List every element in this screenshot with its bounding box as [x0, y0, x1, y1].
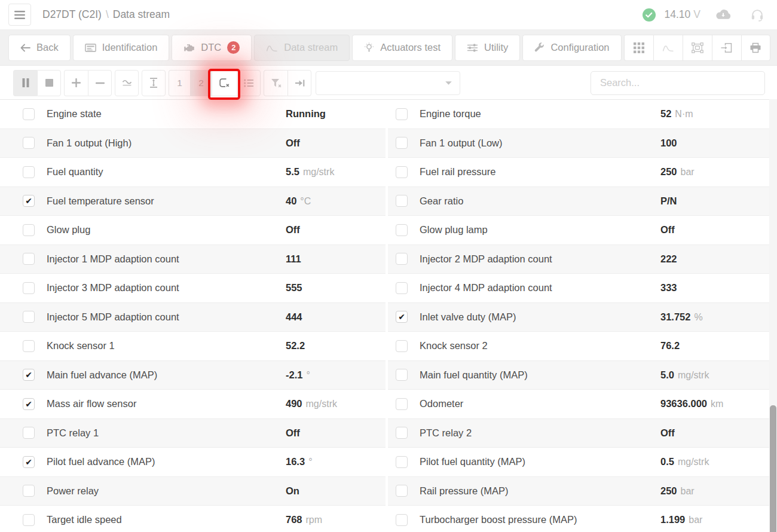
row-checkbox[interactable]: [23, 108, 35, 120]
row-checkbox[interactable]: [396, 514, 408, 526]
graph-view-button[interactable]: [653, 35, 683, 61]
list-icon: [244, 79, 253, 87]
dtc-count-badge: 2: [227, 41, 240, 54]
row-checkbox[interactable]: [23, 224, 35, 236]
row-checkbox[interactable]: [23, 253, 35, 265]
parameter-name: Injector 2 MDP adaption count: [420, 253, 660, 265]
parameter-value: 0.5: [660, 456, 674, 467]
parameter-value-cell: 76.2: [660, 340, 777, 351]
tab-dtc[interactable]: DTC 2: [172, 35, 252, 61]
parameter-value: 768: [286, 514, 302, 525]
search-input[interactable]: [591, 71, 765, 95]
parameter-value: Off: [660, 224, 675, 236]
row-checkbox[interactable]: [396, 282, 408, 294]
table-row: ✔ Mass air flow sensor 490 mg/strk: [0, 390, 386, 419]
playback-group: [13, 70, 61, 96]
tab-utility[interactable]: Utility: [455, 35, 520, 61]
identification-icon: [85, 43, 96, 53]
back-button[interactable]: Back: [8, 35, 71, 61]
row-checkbox[interactable]: [396, 369, 408, 381]
row-checkbox[interactable]: ✔: [23, 369, 35, 381]
clear-selection-button[interactable]: [212, 70, 237, 96]
row-checkbox[interactable]: [23, 166, 35, 178]
row-checkbox[interactable]: [23, 282, 35, 294]
parameter-name: Power relay: [47, 485, 286, 497]
row-checkbox[interactable]: [23, 485, 35, 497]
back-label: Back: [36, 42, 59, 53]
row-checkbox[interactable]: ✔: [23, 398, 35, 410]
scrollbar-thumb[interactable]: [770, 405, 776, 532]
row-checkbox[interactable]: [23, 311, 35, 323]
fit-height-button[interactable]: [142, 70, 166, 96]
parameter-value: 40: [286, 195, 296, 207]
pause-button[interactable]: [13, 70, 37, 96]
stop-button[interactable]: [37, 70, 61, 96]
add-icon: [72, 78, 81, 87]
row-checkbox[interactable]: [396, 108, 408, 120]
parameter-value-cell: 31.752 %: [660, 311, 777, 323]
row-checkbox[interactable]: ✔: [23, 195, 35, 207]
row-checkbox[interactable]: ✔: [23, 456, 35, 468]
parameter-value: 111: [286, 253, 301, 265]
row-checkbox[interactable]: [396, 166, 408, 178]
parameter-value-cell: On: [286, 485, 386, 497]
table-row: Turbocharger boost pressure (MAP) 1.199 …: [388, 506, 777, 532]
parameter-name: Fuel rail pressure: [420, 166, 660, 178]
tab-data-stream[interactable]: Data stream: [254, 35, 350, 61]
menu-button[interactable]: [8, 4, 31, 26]
row-checkbox[interactable]: [23, 340, 35, 352]
parameter-group-dropdown[interactable]: [316, 71, 460, 95]
tab-label: Actuators test: [380, 42, 440, 53]
headset-icon[interactable]: [751, 8, 764, 22]
parameter-value: 250: [660, 485, 677, 497]
grid-view-button[interactable]: [624, 35, 653, 61]
graph-icon: [266, 43, 278, 52]
row-checkbox[interactable]: [23, 137, 35, 149]
scrollbar-track[interactable]: [769, 99, 777, 532]
parameter-value: 31.752: [660, 311, 690, 323]
export-button[interactable]: [712, 35, 741, 61]
add-remove-group: [64, 70, 112, 96]
parameter-value: 52.2: [286, 340, 305, 351]
remove-button[interactable]: [88, 70, 112, 96]
smooth-button[interactable]: [115, 70, 139, 96]
parameter-value: 100: [660, 137, 677, 149]
row-checkbox[interactable]: ✔: [396, 311, 408, 323]
table-row: Knock sensor 1 52.2: [0, 332, 386, 361]
cloud-download-icon[interactable]: [715, 9, 732, 20]
tab-identification[interactable]: Identification: [73, 35, 170, 61]
print-button[interactable]: [741, 35, 770, 61]
row-checkbox[interactable]: [396, 195, 408, 207]
row-checkbox[interactable]: [396, 137, 408, 149]
parameter-value: 333: [660, 282, 677, 293]
go-to-end-button[interactable]: [287, 70, 311, 96]
row-checkbox[interactable]: [396, 398, 408, 410]
row-checkbox[interactable]: [23, 427, 35, 439]
table-row: ✔ Inlet valve duty (MAP) 31.752 %: [388, 303, 777, 332]
clear-filter-button[interactable]: [264, 70, 287, 96]
parameter-unit: N·m: [675, 109, 693, 120]
tab-actuators-test[interactable]: Actuators test: [352, 35, 452, 61]
row-checkbox[interactable]: [396, 224, 408, 236]
tab-configuration[interactable]: Configuration: [522, 35, 621, 61]
hamburger-icon: [14, 11, 25, 19]
add-button[interactable]: [64, 70, 88, 96]
row-checkbox[interactable]: [396, 456, 408, 468]
row-checkbox[interactable]: [396, 340, 408, 352]
page-1-button[interactable]: 1: [169, 70, 190, 96]
parameter-unit: °: [306, 370, 310, 381]
wrench-icon: [534, 42, 544, 53]
table-row: Rail pressure (MAP) 250 bar: [388, 477, 777, 506]
parameter-value: 555: [286, 282, 302, 293]
frame-select-button[interactable]: [683, 35, 712, 61]
row-checkbox[interactable]: [396, 485, 408, 497]
parameter-value: 5.5: [286, 166, 299, 178]
parameter-value: -2.1: [286, 369, 302, 381]
parameter-value-cell: 52.2: [286, 340, 386, 351]
parameter-value-cell: 5.5 mg/strk: [286, 166, 386, 178]
list-view-button[interactable]: [237, 70, 261, 96]
row-checkbox[interactable]: [23, 514, 35, 526]
page-2-button[interactable]: 2: [190, 70, 212, 96]
row-checkbox[interactable]: [396, 427, 408, 439]
row-checkbox[interactable]: [396, 253, 408, 265]
